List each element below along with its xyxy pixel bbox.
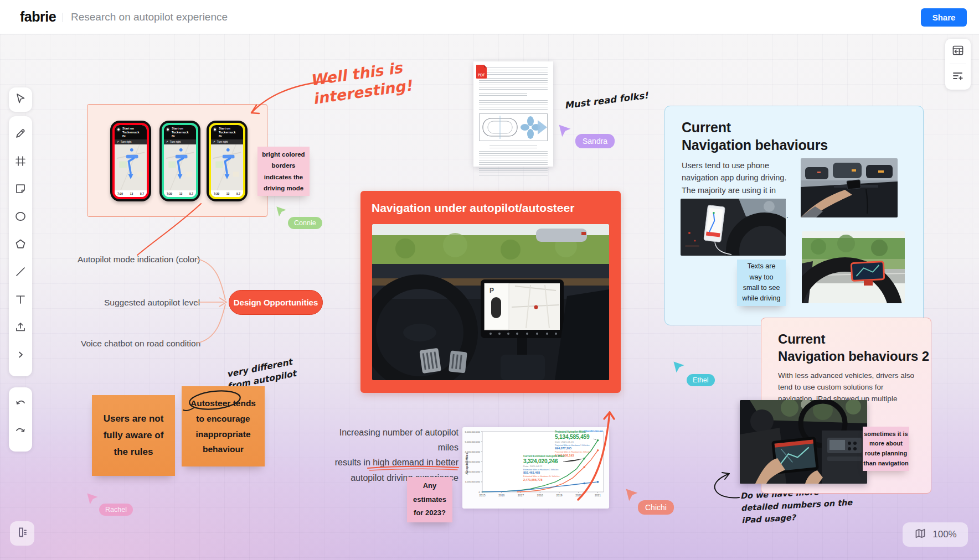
photo-tesla-interior[interactable]: P <box>372 224 609 380</box>
share-button[interactable]: Share <box>921 8 967 27</box>
sticky-bright-borders[interactable]: bright colored borders indicates the dri… <box>257 147 310 196</box>
zoom-level[interactable]: 100% <box>932 529 956 540</box>
card-title-line2: Navigation behaviours <box>682 137 828 153</box>
cursor-connie: Connie <box>275 206 287 219</box>
minimap-icon <box>914 527 927 542</box>
cursor-arrow-icon <box>558 124 572 137</box>
pages-panel-button[interactable] <box>10 521 34 546</box>
svg-text:2015: 2015 <box>479 494 485 497</box>
upload-tool-button[interactable] <box>9 314 32 342</box>
svg-text:2019: 2019 <box>556 494 562 497</box>
svg-text:1,000,000,000: 1,000,000,000 <box>465 480 481 483</box>
sticky-note-icon <box>14 183 27 197</box>
pencil-icon <box>14 127 27 142</box>
cursor-rachel: Rachel <box>86 492 99 507</box>
svg-text:2016: 2016 <box>498 494 504 497</box>
add-outline-button[interactable] <box>946 64 970 89</box>
redo-icon <box>14 425 27 439</box>
nav-map <box>211 144 243 190</box>
mindmap-node-design-opportunities[interactable]: Design Opportunities <box>229 290 323 315</box>
top-bar: fabrie Research on autopilot experience … <box>0 0 979 34</box>
chevron-right-icon <box>16 350 25 361</box>
turn-right-icon: ↱ <box>166 141 168 143</box>
ellipse-tool-button[interactable] <box>9 204 32 231</box>
svg-text:5,000,000,000: 5,000,000,000 <box>465 440 481 443</box>
zoom-control[interactable]: 100% <box>903 522 968 547</box>
sticky-note-tool-button[interactable] <box>9 176 32 204</box>
sticky-users-not-aware[interactable]: Users are not fully aware of the rules <box>92 395 175 476</box>
steering-wheel-icon <box>116 127 121 132</box>
photo-phone-dashboard-mount[interactable] <box>681 199 786 256</box>
cursor-chichi: Chichi <box>625 488 639 504</box>
toolbar-history-group <box>9 387 32 452</box>
titlebar-divider <box>63 13 63 22</box>
cursor-arrow-icon <box>14 92 27 107</box>
redo-button[interactable] <box>9 418 32 446</box>
chart-annotation-projected: Projected Autopilot Miles: 5,134,585,459… <box>555 431 591 457</box>
cursor-sandra: Sandra <box>558 124 572 139</box>
phone-mock-green[interactable]: Start on Tuckernuck Dr ↱Turn right 7:391… <box>159 121 200 201</box>
svg-text:P: P <box>490 287 494 294</box>
line-icon <box>14 266 27 280</box>
nav-map <box>164 144 196 190</box>
card-current-navigation-behaviours[interactable]: Current Navigation behaviours Users tend… <box>664 106 924 325</box>
more-tools-button[interactable] <box>9 342 32 370</box>
photo-driver-with-ipad[interactable] <box>740 400 867 484</box>
svg-text:2017: 2017 <box>518 494 524 497</box>
frame-tool-button[interactable] <box>9 148 32 176</box>
board-title[interactable]: Research on autopilot experience <box>71 11 228 23</box>
card-navigation-under-autopilot[interactable]: Navigation under autopilot/autosteer P <box>360 191 621 393</box>
sidebar-pages-icon <box>16 526 29 541</box>
toolbar-main-group <box>9 116 32 376</box>
sticky-route-planning[interactable]: sometimes it is more about route plannin… <box>863 427 909 471</box>
sticky-estimates-2023[interactable]: Any estimates for 2023? <box>407 477 452 522</box>
card-current-navigation-behaviours-2[interactable]: Current Navigation behaviours 2 With les… <box>761 318 931 494</box>
mindmap-branch-autopilot-level[interactable]: Suggested autopilot level <box>104 298 200 308</box>
line-tool-button[interactable] <box>9 259 32 287</box>
collapse-panel-button[interactable] <box>946 39 970 64</box>
card-title-line1: Current <box>778 331 825 347</box>
turn-right-icon: ↱ <box>117 141 119 143</box>
card-title-line1: Current <box>682 120 731 136</box>
fabrie-whiteboard-app: fabrie Research on autopilot experience … <box>0 0 979 560</box>
pentagon-icon <box>14 238 27 252</box>
pdf-badge: PDF <box>476 65 487 79</box>
select-tool-button[interactable] <box>9 87 32 112</box>
photo-phone-on-steering-wheel[interactable] <box>802 231 905 303</box>
photo-hand-adjusting-phone[interactable] <box>801 158 898 217</box>
phone-mock-red[interactable]: Start on Tuckernuck Dr ↱Turn right 7:391… <box>110 121 151 201</box>
svg-text:4,000,000,000: 4,000,000,000 <box>465 450 481 453</box>
cursor-arrow-icon <box>86 492 99 505</box>
list-add-icon <box>951 69 965 85</box>
chart-annotation-current: Current Estimated Autopilot Miles: 3,324… <box>523 455 565 481</box>
cursor-arrow-icon <box>625 488 639 501</box>
app-logo[interactable]: fabrie <box>20 9 56 25</box>
undo-button[interactable] <box>9 391 32 418</box>
mindmap-branch-mode-indication[interactable]: Autopilot mode indication (color) <box>78 255 200 265</box>
text-tool-button[interactable] <box>9 287 32 314</box>
text-icon <box>14 293 27 308</box>
cursor-arrow-icon <box>672 361 686 373</box>
polygon-tool-button[interactable] <box>9 231 32 259</box>
pdf-figure-car-sensors <box>479 113 548 141</box>
sticky-texts-too-small[interactable]: Texts are way too small to see while dri… <box>737 260 786 306</box>
autopilot-miles-chart[interactable]: 01,000,000,0002,000,000,0003,000,000,000… <box>462 427 609 509</box>
card-title: Navigation under autopilot/autosteer <box>372 201 574 215</box>
pen-tool-button[interactable] <box>9 121 32 148</box>
insight-text[interactable]: Increasing number of autopilot miles res… <box>332 425 458 485</box>
svg-text:0: 0 <box>479 491 481 494</box>
sticky-autosteer-behaviour[interactable]: Autosteer tends to encourage inappropria… <box>182 386 265 466</box>
phone-screens-frame[interactable]: Start on Tuckernuck Dr ↱Turn right 7:391… <box>87 104 267 217</box>
svg-text:2020: 2020 <box>575 494 581 497</box>
nav-map <box>115 144 147 190</box>
pdf-document[interactable]: PDF <box>473 61 553 167</box>
mindmap-branch-voice-chatbot[interactable]: Voice chatbot on road condition <box>81 339 200 349</box>
steering-wheel-icon <box>166 127 170 132</box>
toolbar-select-group <box>9 87 32 112</box>
phone-mock-yellow[interactable]: Start on Tuckernuck Dr ↱Turn right 7:391… <box>207 121 248 201</box>
panel-layout-icon <box>951 44 965 59</box>
upload-icon <box>14 321 27 335</box>
card-title-line2: Navigation behaviours 2 <box>778 349 929 364</box>
ellipse-icon <box>14 210 27 225</box>
nav-destination: Start on Tuckernuck Dr <box>122 127 145 138</box>
